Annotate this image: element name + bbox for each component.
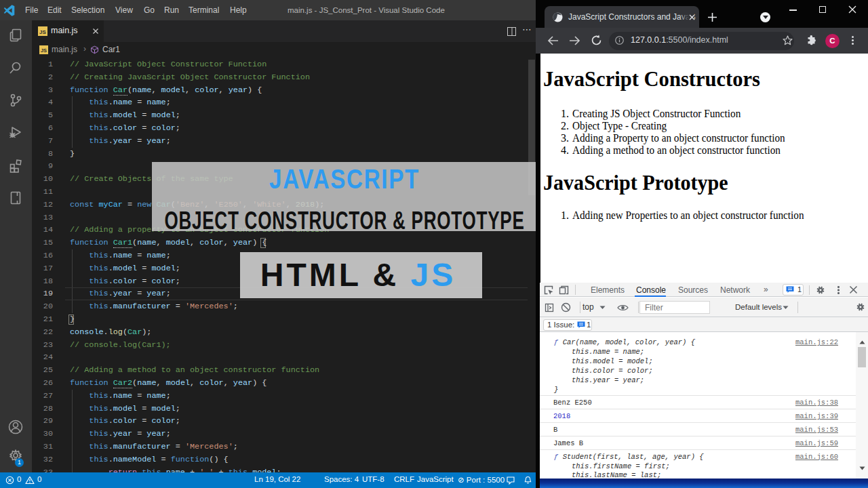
svg-text:JS: JS bbox=[41, 47, 47, 54]
svg-text:JS: JS bbox=[39, 29, 46, 35]
